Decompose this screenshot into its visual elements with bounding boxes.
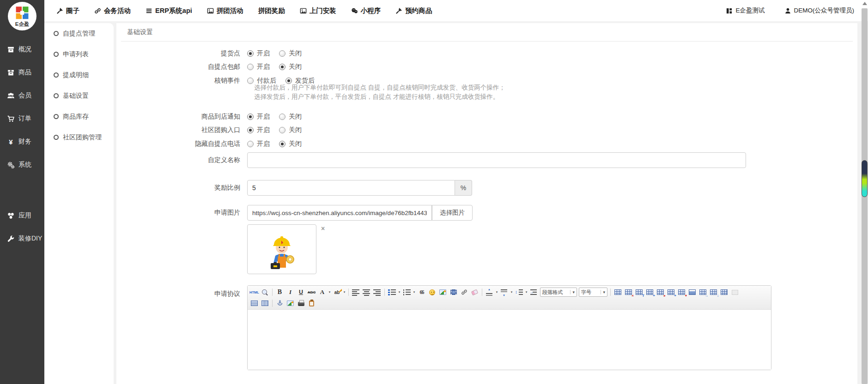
- sidebar-item-apps[interactable]: 应用: [0, 204, 44, 227]
- radio-option[interactable]: 关闭: [279, 126, 302, 134]
- radio-option[interactable]: 开启: [247, 63, 270, 71]
- sidebar-item-finance[interactable]: ¥ 财务: [0, 130, 44, 153]
- indent-icon[interactable]: [529, 288, 539, 297]
- nav-item-xiaochengxu[interactable]: 小程序: [351, 6, 381, 15]
- circle-icon: [54, 31, 59, 36]
- radio-option[interactable]: 关闭: [279, 113, 302, 121]
- submenu-item-pickup-manage[interactable]: 自提点管理: [44, 23, 114, 44]
- radio-selected-icon[interactable]: [247, 50, 254, 57]
- table-header-icon[interactable]: T: [634, 288, 644, 297]
- sidebar-item-goods[interactable]: 商品: [0, 61, 44, 84]
- radio-selected-icon[interactable]: [247, 114, 254, 120]
- reward-ratio-input[interactable]: [247, 180, 455, 196]
- blockquote-icon[interactable]: 66: [417, 288, 426, 297]
- remove-format-icon[interactable]: [470, 288, 480, 297]
- sidebar-item-orders[interactable]: 订单: [0, 107, 44, 130]
- finance-icon: ¥: [7, 138, 15, 146]
- choose-image-button[interactable]: 选择图片: [432, 205, 473, 221]
- radio-selected-icon[interactable]: [279, 141, 285, 147]
- nav-item-quanzi[interactable]: 圈子: [56, 6, 79, 15]
- nav-item-pintuan[interactable]: 拼团活动: [207, 6, 243, 15]
- bold-icon[interactable]: B: [275, 288, 285, 297]
- radio-option[interactable]: 关闭: [279, 140, 302, 148]
- radio-option[interactable]: 开启: [247, 113, 270, 121]
- sidebar-item-diy[interactable]: 装修DIY: [0, 227, 44, 250]
- fullscreen-icon[interactable]: [730, 288, 740, 297]
- html-source-icon[interactable]: HTML: [249, 288, 259, 297]
- insert-table-icon[interactable]: [613, 288, 623, 297]
- radio-unselected-icon[interactable]: [247, 78, 254, 84]
- nav-item-yuyue[interactable]: 预约商品: [395, 6, 432, 15]
- nav-item-jiangli[interactable]: 拼团奖励: [258, 6, 285, 15]
- split-cols-icon[interactable]: [260, 299, 270, 308]
- merge-cell-right-icon[interactable]: →: [698, 288, 708, 297]
- radio-option[interactable]: 关闭: [279, 63, 302, 71]
- nav-item-erp[interactable]: ERP系统api: [146, 6, 192, 15]
- underline-icon[interactable]: U: [296, 288, 306, 297]
- insert-col-icon[interactable]: +: [666, 288, 676, 297]
- insert-link-icon[interactable]: [459, 288, 469, 297]
- nav-item-huiwu[interactable]: 会务活动: [94, 6, 131, 15]
- margin-top-icon[interactable]: [485, 288, 494, 297]
- nav-item-account[interactable]: E企盈测试: [726, 6, 765, 15]
- radio-unselected-icon[interactable]: [279, 114, 285, 120]
- submenu-item-basic-settings[interactable]: 基础设置: [44, 85, 114, 106]
- radio-unselected-icon[interactable]: [247, 141, 254, 147]
- radio-selected-icon[interactable]: [279, 64, 285, 70]
- delete-col-icon[interactable]: ▾: [677, 288, 686, 297]
- nav-item-user[interactable]: DEMO(公众号管理员): [784, 6, 855, 15]
- insert-row-icon[interactable]: +: [645, 288, 655, 297]
- line-height-icon[interactable]: [514, 288, 524, 297]
- image-map-icon[interactable]: [285, 299, 295, 308]
- cell-properties-icon[interactable]: [687, 288, 697, 297]
- submenu-item-apply-list[interactable]: 申请列表: [44, 44, 114, 65]
- submenu-item-community[interactable]: 社区团购管理: [44, 127, 114, 148]
- anchor-icon[interactable]: [275, 299, 285, 308]
- highlight-color-icon[interactable]: ab: [332, 288, 342, 297]
- sidebar-item-overview[interactable]: 概况: [0, 38, 44, 61]
- split-rows-icon[interactable]: [249, 299, 259, 308]
- sidebar-item-system[interactable]: 系统: [0, 153, 44, 176]
- insert-video-icon[interactable]: [449, 288, 458, 297]
- editor-content[interactable]: [248, 310, 771, 370]
- sidebar-item-members[interactable]: 会员: [0, 84, 44, 107]
- strikethrough-icon[interactable]: ABC: [307, 288, 316, 297]
- submenu-item-commission[interactable]: 提成明细: [44, 65, 114, 85]
- delete-row-icon[interactable]: ▸: [656, 288, 665, 297]
- caret-icon: ▾: [342, 288, 346, 297]
- radio-option[interactable]: 开启: [247, 49, 270, 58]
- unordered-list-icon[interactable]: [402, 288, 412, 297]
- paragraph-format-select[interactable]: 段落格式: [540, 288, 577, 297]
- merge-cell-down-icon[interactable]: ↓: [709, 288, 718, 297]
- scroll-up-arrow[interactable]: [862, 2, 867, 5]
- align-left-icon[interactable]: [351, 288, 361, 297]
- radio-unselected-icon[interactable]: [247, 64, 254, 70]
- font-color-icon[interactable]: A: [317, 288, 327, 297]
- split-cell-icon[interactable]: [719, 288, 729, 297]
- italic-icon[interactable]: I: [285, 288, 295, 297]
- print-icon[interactable]: [296, 299, 306, 308]
- apply-image-url-input[interactable]: [247, 205, 432, 221]
- radio-option[interactable]: 关闭: [279, 49, 302, 58]
- radio-unselected-icon[interactable]: [279, 50, 285, 57]
- preview-icon[interactable]: [260, 288, 270, 297]
- ordered-list-icon[interactable]: [387, 288, 397, 297]
- radio-selected-icon[interactable]: [247, 127, 254, 133]
- font-size-select[interactable]: 字号: [579, 288, 607, 297]
- paste-icon[interactable]: [307, 299, 316, 308]
- scrollbar-thumb[interactable]: [862, 160, 868, 197]
- emoticon-icon[interactable]: [427, 288, 437, 297]
- nav-item-anzhuang[interactable]: 上门安装: [300, 6, 336, 15]
- radio-option[interactable]: 开启: [247, 126, 270, 134]
- custom-name-input[interactable]: [247, 152, 746, 168]
- delete-table-icon[interactable]: ×: [624, 288, 633, 297]
- insert-image-icon[interactable]: [438, 288, 448, 297]
- remove-image-icon[interactable]: ×: [321, 225, 325, 232]
- radio-selected-icon[interactable]: [285, 78, 292, 84]
- margin-bottom-icon[interactable]: [499, 288, 509, 297]
- radio-option[interactable]: 开启: [247, 140, 270, 148]
- align-center-icon[interactable]: [362, 288, 371, 297]
- submenu-item-stock[interactable]: 商品库存: [44, 106, 114, 127]
- align-right-icon[interactable]: [372, 288, 382, 297]
- radio-unselected-icon[interactable]: [279, 127, 285, 133]
